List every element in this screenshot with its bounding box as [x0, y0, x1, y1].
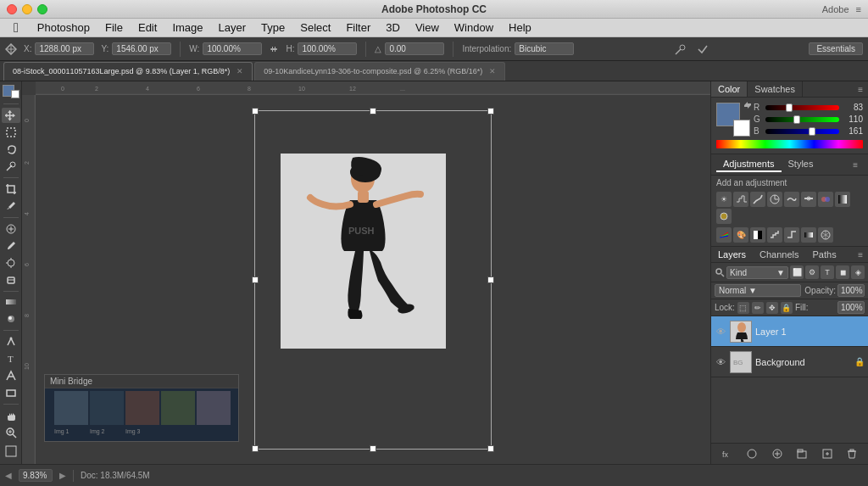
menu-3d[interactable]: 3D [379, 20, 407, 36]
layer-filter-adj[interactable]: ⚙ [805, 265, 819, 279]
handle-bottom-left[interactable] [252, 445, 259, 452]
adj-bw-icon[interactable] [835, 192, 850, 207]
tool-gradient[interactable] [2, 294, 20, 310]
layer-filter-type[interactable]: T [821, 265, 834, 279]
tab-2-close[interactable]: ✕ [489, 67, 496, 75]
tab-2[interactable]: 09-10KandiceLynn19-306-to-composite.psd … [254, 62, 505, 81]
kind-selector[interactable]: Kind ▼ [726, 266, 788, 279]
adj-curves-icon[interactable] [750, 192, 765, 207]
lock-position-icon[interactable]: ✥ [766, 302, 778, 314]
tool-eraser[interactable] [2, 272, 20, 288]
adj-levels-icon[interactable] [733, 192, 748, 207]
background-visibility-toggle[interactable]: 👁 [715, 356, 726, 368]
menu-window[interactable]: Window [448, 20, 500, 36]
tab-1-close[interactable]: ✕ [236, 67, 243, 75]
layer-filter-smartobj[interactable]: ◈ [851, 265, 865, 279]
b-slider-track[interactable] [765, 129, 839, 134]
layer-mask-button[interactable] [744, 446, 760, 461]
maximize-button[interactable] [37, 4, 47, 14]
adj-panel-menu[interactable]: ≡ [848, 159, 863, 171]
apple-menu[interactable]:  [7, 19, 25, 37]
adj-vibrance-icon[interactable] [784, 192, 799, 207]
zoom-level[interactable]: 9.83% [19, 469, 53, 482]
r-slider-thumb[interactable] [786, 103, 793, 112]
paths-tab[interactable]: Paths [806, 247, 843, 262]
interp-value[interactable]: Bicubic [515, 42, 574, 55]
essentials-button[interactable]: Essentials [809, 42, 863, 55]
layer-filter-shape[interactable]: ◼ [836, 265, 849, 279]
tool-screen-mode[interactable] [2, 442, 20, 461]
tool-pen[interactable] [2, 334, 20, 349]
h-value[interactable]: 100.00% [298, 42, 357, 55]
nav-prev-arrow[interactable]: ◀ [5, 471, 12, 480]
menu-layer[interactable]: Layer [212, 20, 253, 36]
canvas-area[interactable]: 0 2 4 6 8 10 12 ... 0 2 4 6 8 10 [22, 81, 710, 464]
x-value[interactable]: 1288.00 px [35, 42, 94, 55]
adj-exposure-icon[interactable] [767, 192, 782, 207]
minimize-button[interactable] [22, 4, 32, 14]
color-indicator[interactable] [3, 85, 19, 98]
menu-edit[interactable]: Edit [131, 20, 164, 36]
adj-photofilter-icon[interactable] [716, 209, 732, 224]
handle-top-right[interactable] [487, 108, 494, 115]
g-slider-thumb[interactable] [793, 115, 800, 124]
menu-image[interactable]: Image [165, 20, 209, 36]
layers-panel-menu[interactable]: ≡ [853, 249, 868, 261]
layer-filter-pixel[interactable]: ⬜ [790, 265, 804, 279]
tool-magic-wand[interactable] [2, 159, 20, 174]
fill-value[interactable]: 100% [837, 301, 865, 314]
tab-1[interactable]: 08-iStock_000011057163Large.psd @ 9.83% … [3, 62, 253, 81]
swatches-tab[interactable]: Swatches [748, 81, 803, 97]
adj-channelmix-icon[interactable] [716, 227, 732, 243]
adj-threshold-icon[interactable] [784, 227, 799, 243]
handle-top-center[interactable] [370, 108, 376, 115]
adj-colorbalance-icon[interactable] [818, 192, 833, 207]
blend-mode-selector[interactable]: Normal ▼ [715, 284, 801, 297]
menu-help[interactable]: Help [502, 20, 538, 36]
handle-mid-right[interactable] [487, 277, 494, 283]
color-panel-menu[interactable]: ≡ [853, 83, 868, 96]
adj-brightness-icon[interactable]: ☀ [716, 192, 732, 207]
tool-crop[interactable] [2, 182, 20, 197]
w-value[interactable]: 100.00% [203, 42, 262, 55]
menu-photoshop[interactable]: Photoshop [31, 20, 97, 36]
menu-file[interactable]: File [98, 20, 130, 36]
lock-transparent-icon[interactable]: ⬚ [737, 302, 749, 314]
styles-tab[interactable]: Styles [782, 157, 821, 172]
opacity-value[interactable]: 100% [837, 284, 865, 297]
menu-filter[interactable]: Filter [339, 20, 377, 36]
tool-move[interactable] [2, 108, 20, 123]
adj-posterize-icon[interactable] [767, 227, 782, 243]
layer-new-button[interactable] [820, 446, 835, 461]
close-button[interactable] [7, 4, 17, 14]
handle-bottom-center[interactable] [370, 445, 376, 452]
layer-item-background[interactable]: 👁 BG Background 🔒 [711, 347, 868, 377]
menu-select[interactable]: Select [293, 20, 337, 36]
swap-colors-icon[interactable] [743, 101, 752, 109]
adj-gradientmap-icon[interactable] [801, 227, 816, 243]
color-swatches-fg-bg[interactable] [716, 103, 750, 137]
background-color[interactable] [733, 120, 750, 137]
layers-tab[interactable]: Layers [711, 247, 753, 262]
channels-tab[interactable]: Channels [753, 247, 805, 262]
menu-type[interactable]: Type [254, 20, 292, 36]
tool-brush[interactable] [2, 238, 20, 254]
check-icon[interactable] [697, 43, 709, 55]
g-slider-track[interactable] [765, 117, 839, 122]
r-slider-track[interactable] [765, 105, 839, 110]
tool-dodge[interactable] [2, 311, 20, 327]
adjustments-tab[interactable]: Adjustments [716, 157, 782, 172]
tool-hand[interactable] [2, 408, 20, 423]
color-spectrum[interactable] [716, 140, 863, 148]
layer1-visibility-toggle[interactable]: 👁 [715, 326, 726, 338]
tool-path-select[interactable] [2, 368, 20, 383]
tool-zoom[interactable] [2, 425, 20, 440]
tool-eyedropper[interactable] [2, 198, 20, 214]
tool-shape[interactable] [2, 385, 20, 400]
tool-healing[interactable] [2, 221, 20, 237]
tool-marquee[interactable] [2, 125, 20, 140]
adj-hsl-icon[interactable] [801, 192, 816, 207]
menu-view[interactable]: View [409, 20, 446, 36]
layer-group-button[interactable] [794, 446, 810, 461]
adj-invert-icon[interactable] [750, 227, 765, 243]
